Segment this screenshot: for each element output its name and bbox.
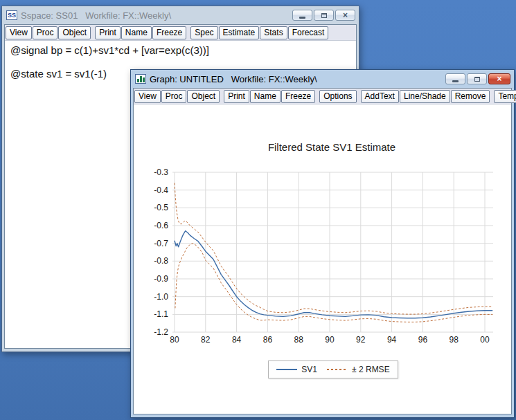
toolbar-group: SpecEstimateStatsForecast bbox=[190, 26, 329, 39]
svg-text:82: 82 bbox=[201, 335, 211, 345]
svg-text:-0.6: -0.6 bbox=[154, 221, 168, 230]
toolbar-button-view[interactable]: View bbox=[6, 26, 32, 39]
svg-text:-0.3: -0.3 bbox=[154, 167, 168, 177]
toolbar-group: PrintNameFreeze bbox=[224, 90, 316, 103]
sspace-window-title: Sspace: SS01 Workfile: FX::Weekly\ bbox=[21, 10, 289, 21]
spec-line-signal: @signal bp = c(1)+sv1*cd + [var=exp(c(3)… bbox=[5, 44, 356, 56]
graph-window: Graph: UNTITLED Workfile: FX::Weekly\ × … bbox=[130, 69, 515, 418]
restore-icon bbox=[474, 77, 480, 82]
svg-text:00: 00 bbox=[480, 335, 490, 345]
svg-text:-1.2: -1.2 bbox=[154, 327, 168, 337]
graph-client-area[interactable]: Filtered State SV1 Estimate -0.3-0.4-0.5… bbox=[134, 104, 511, 414]
toolbar-button-line-shade[interactable]: Line/Shade bbox=[400, 90, 450, 103]
svg-text:-1.0: -1.0 bbox=[154, 292, 168, 302]
toolbar-button-name[interactable]: Name bbox=[121, 26, 152, 39]
toolbar-button-spec[interactable]: Spec bbox=[190, 26, 217, 39]
legend-item: ± 2 RMSE bbox=[327, 365, 390, 374]
svg-text:-0.7: -0.7 bbox=[154, 239, 168, 248]
restore-button[interactable] bbox=[314, 10, 334, 21]
svg-text:-0.4: -0.4 bbox=[154, 185, 168, 195]
legend-item: SV1 bbox=[276, 365, 317, 374]
toolbar-button-addtext[interactable]: AddText bbox=[361, 90, 399, 103]
svg-text:-1.1: -1.1 bbox=[154, 309, 168, 319]
svg-text:-0.8: -0.8 bbox=[154, 256, 168, 266]
graph-window-controls: × bbox=[445, 73, 510, 84]
legend-label: SV1 bbox=[301, 365, 317, 374]
toolbar-button-view[interactable]: View bbox=[134, 90, 161, 103]
minimize-button[interactable] bbox=[445, 73, 465, 84]
close-button[interactable]: × bbox=[335, 10, 355, 21]
graph-window-title: Graph: UNTITLED Workfile: FX::Weekly\ bbox=[150, 74, 442, 84]
toolbar-group: TemplateZoom bbox=[494, 90, 516, 103]
svg-text:92: 92 bbox=[356, 335, 366, 345]
toolbar-group: ViewProcObject bbox=[134, 90, 220, 103]
toolbar-button-object[interactable]: Object bbox=[58, 26, 91, 39]
dashed-line-sample bbox=[327, 369, 348, 370]
toolbar-button-freeze[interactable]: Freeze bbox=[152, 26, 186, 39]
toolbar-button-freeze[interactable]: Freeze bbox=[281, 90, 315, 103]
sspace-titlebar[interactable]: SS Sspace: SS01 Workfile: FX::Weekly\ × bbox=[4, 6, 357, 24]
toolbar-button-options[interactable]: Options bbox=[319, 90, 356, 103]
toolbar-button-stats[interactable]: Stats bbox=[260, 26, 287, 39]
svg-text:80: 80 bbox=[170, 335, 179, 345]
sspace-icon: SS bbox=[6, 10, 17, 20]
legend-label: ± 2 RMSE bbox=[352, 365, 390, 374]
svg-text:90: 90 bbox=[325, 335, 335, 345]
chart-legend: SV1± 2 RMSE bbox=[268, 360, 398, 378]
toolbar-group: AddTextLine/ShadeRemove bbox=[361, 90, 491, 103]
toolbar-button-remove[interactable]: Remove bbox=[451, 90, 490, 103]
restore-button[interactable] bbox=[467, 73, 487, 84]
svg-text:-0.5: -0.5 bbox=[154, 203, 168, 212]
sspace-toolbar: ViewProcObjectPrintNameFreezeSpecEstimat… bbox=[5, 25, 356, 41]
toolbar-group: Options bbox=[319, 90, 357, 103]
toolbar-button-proc[interactable]: Proc bbox=[33, 26, 58, 39]
svg-text:98: 98 bbox=[450, 335, 459, 345]
svg-text:84: 84 bbox=[232, 335, 242, 345]
toolbar-button-print[interactable]: Print bbox=[224, 90, 249, 103]
toolbar-group: ViewProcObject bbox=[6, 26, 91, 39]
restore-icon bbox=[321, 13, 327, 18]
toolbar-button-proc[interactable]: Proc bbox=[161, 90, 187, 103]
svg-text:96: 96 bbox=[418, 335, 428, 345]
svg-text:86: 86 bbox=[263, 335, 273, 345]
toolbar-button-template[interactable]: Template bbox=[494, 90, 516, 103]
svg-text:94: 94 bbox=[387, 335, 397, 345]
svg-text:-0.9: -0.9 bbox=[154, 274, 168, 284]
close-icon: × bbox=[497, 75, 501, 83]
graph-titlebar[interactable]: Graph: UNTITLED Workfile: FX::Weekly\ × bbox=[133, 70, 512, 88]
close-icon: × bbox=[343, 11, 348, 19]
toolbar-button-name[interactable]: Name bbox=[250, 90, 281, 103]
toolbar-button-print[interactable]: Print bbox=[95, 26, 121, 39]
minimize-button[interactable] bbox=[292, 10, 312, 21]
svg-text:88: 88 bbox=[294, 335, 304, 345]
close-button[interactable]: × bbox=[488, 73, 510, 84]
graph-toolbar: ViewProcObjectPrintNameFreezeOptionsAddT… bbox=[134, 89, 511, 104]
sspace-window-controls: × bbox=[292, 10, 355, 21]
toolbar-button-forecast[interactable]: Forecast bbox=[288, 26, 329, 39]
toolbar-group: PrintNameFreeze bbox=[95, 26, 187, 39]
solid-line-sample bbox=[276, 369, 297, 370]
toolbar-button-estimate[interactable]: Estimate bbox=[219, 26, 260, 39]
minimize-icon bbox=[452, 80, 459, 82]
toolbar-button-object[interactable]: Object bbox=[187, 90, 220, 103]
minimize-icon bbox=[299, 17, 305, 19]
bar-chart-icon bbox=[135, 74, 146, 84]
